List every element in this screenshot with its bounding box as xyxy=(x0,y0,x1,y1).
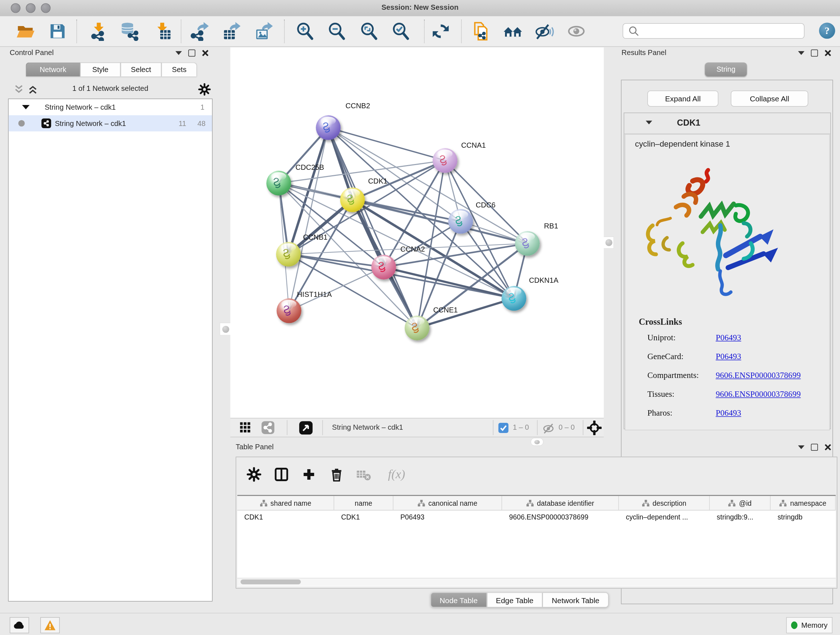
network-node-cdk1[interactable] xyxy=(340,187,365,212)
import-table-file-button[interactable] xyxy=(152,21,173,42)
zoom-selected-button[interactable] xyxy=(390,21,412,42)
results-tab-string[interactable]: String xyxy=(705,63,747,77)
tab-network-table[interactable]: Network Table xyxy=(543,592,608,608)
zoom-fit-content-button[interactable] xyxy=(358,21,380,42)
hide-selected-button[interactable] xyxy=(534,21,556,42)
export-network-button[interactable] xyxy=(189,21,211,42)
crosslink-link[interactable]: 9606.ENSP00000378699 xyxy=(715,371,801,380)
crosslink-link[interactable]: P06493 xyxy=(715,333,741,342)
apply-layout-button[interactable] xyxy=(430,21,452,42)
table-row[interactable]: CDK1CDK1P064939606.ENSP00000378699cyclin… xyxy=(237,510,836,524)
tab-sets[interactable]: Sets xyxy=(161,63,197,77)
network-node-ccne1[interactable] xyxy=(405,316,429,340)
open-in-window-button[interactable] xyxy=(298,420,314,436)
search-input[interactable] xyxy=(640,23,804,39)
float-panel-icon[interactable] xyxy=(811,444,818,451)
delete-column-button[interactable] xyxy=(326,464,347,485)
selected-checkbox-icon[interactable] xyxy=(498,423,508,433)
close-panel-icon[interactable] xyxy=(824,50,831,57)
crosslink-link[interactable]: 9606.ENSP00000378699 xyxy=(715,389,801,399)
zoom-out-button[interactable] xyxy=(326,21,347,42)
entry-header[interactable]: CDK1 xyxy=(624,113,831,134)
clone-network-button[interactable] xyxy=(470,21,492,42)
column-header-namespace[interactable]: namespace xyxy=(771,496,836,510)
table-cell[interactable]: P06493 xyxy=(393,510,502,524)
save-session-button[interactable] xyxy=(47,21,68,42)
network-node-rb1[interactable] xyxy=(515,231,540,256)
column-header-description[interactable]: description xyxy=(619,496,710,510)
plus-icon xyxy=(302,467,316,481)
table-settings-button[interactable] xyxy=(244,464,264,485)
cloud-status-button[interactable] xyxy=(10,617,29,633)
gear-icon[interactable] xyxy=(198,83,211,96)
tab-select[interactable]: Select xyxy=(120,63,161,77)
show-hidden-button[interactable] xyxy=(565,21,587,42)
window-title: Session: New Session xyxy=(0,3,840,11)
tab-network[interactable]: Network xyxy=(26,63,80,77)
network-collection-row[interactable]: String Network – cdk1 1 xyxy=(9,99,212,116)
toolbar-separator xyxy=(322,420,323,435)
warnings-button[interactable] xyxy=(41,617,60,633)
export-image-button[interactable] xyxy=(253,21,275,42)
show-all-networks-button[interactable] xyxy=(502,21,524,42)
import-network-from-database-button[interactable] xyxy=(118,21,140,42)
panel-menu-icon[interactable] xyxy=(175,51,182,55)
scrollbar-thumb[interactable] xyxy=(240,580,301,584)
network-node-hist1h1a[interactable] xyxy=(277,298,302,323)
help-button[interactable]: ? xyxy=(819,22,835,39)
trash-icon xyxy=(329,467,344,481)
tab-edge-table[interactable]: Edge Table xyxy=(487,592,543,608)
tab-style[interactable]: Style xyxy=(80,63,121,77)
column-header-database-identifier[interactable]: database identifier xyxy=(502,496,619,510)
panel-menu-icon[interactable] xyxy=(798,51,805,55)
network-node-cdc25b[interactable] xyxy=(266,171,291,195)
table-cell[interactable]: CDK1 xyxy=(334,510,393,524)
table-cell[interactable]: 9606.ENSP00000378699 xyxy=(502,510,619,524)
column-header-name[interactable]: name xyxy=(334,496,393,510)
column-header-canonical-name[interactable]: canonical name xyxy=(393,496,502,510)
horizontal-scrollbar[interactable] xyxy=(237,578,836,586)
memory-button[interactable]: Memory xyxy=(786,617,832,633)
birds-eye-crosshair-icon[interactable] xyxy=(587,421,602,435)
network-node-ccna1[interactable] xyxy=(433,148,457,173)
float-panel-icon[interactable] xyxy=(188,50,195,57)
crosslink-link[interactable]: P06493 xyxy=(715,352,741,361)
network-node-cdkn1a[interactable] xyxy=(501,286,526,310)
results-panel-title: Results Panel xyxy=(622,49,666,57)
network-node-ccnb2[interactable] xyxy=(316,115,340,140)
network-selected-status: 1 of 1 Network selected xyxy=(5,85,215,93)
import-network-file-button[interactable] xyxy=(88,21,109,42)
table-cell[interactable]: cyclin–dependent ... xyxy=(619,510,710,524)
crosslinks-title: CrossLinks xyxy=(639,317,682,328)
column-header-shared-name[interactable]: shared name xyxy=(237,496,334,510)
collapse-all-button[interactable]: Collapse All xyxy=(731,90,808,107)
table-cell[interactable]: stringdb:9... xyxy=(710,510,771,524)
network-label: String Network – cdk1 xyxy=(55,119,126,127)
close-panel-icon[interactable] xyxy=(824,444,831,451)
network-row[interactable]: String Network – cdk1 11 48 xyxy=(9,115,212,131)
float-panel-icon[interactable] xyxy=(811,50,818,57)
open-session-button[interactable] xyxy=(14,21,36,42)
close-panel-icon[interactable] xyxy=(202,50,209,57)
table-cell[interactable]: CDK1 xyxy=(237,510,334,524)
table-cell[interactable]: stringdb xyxy=(771,510,836,524)
eye-gray-icon xyxy=(566,22,587,41)
tree-expand-icon[interactable] xyxy=(22,105,30,109)
grid-view-button[interactable] xyxy=(237,420,254,436)
network-canvas[interactable]: CCNB2 CCNA1 CDC25B CDK1 CDC6 RB1 CCNB1 C… xyxy=(231,48,604,418)
network-node-ccnb1[interactable] xyxy=(276,242,301,266)
crosslink-label: Uniprot: xyxy=(647,333,676,342)
show-columns-button[interactable] xyxy=(271,464,292,485)
entry-collapse-icon[interactable] xyxy=(646,120,652,124)
expand-all-button[interactable]: Expand All xyxy=(647,90,718,107)
zoom-in-button[interactable] xyxy=(294,21,316,42)
network-node-ccna2[interactable] xyxy=(371,255,396,279)
crosslink-link[interactable]: P06493 xyxy=(715,409,741,418)
network-node-cdc6[interactable] xyxy=(448,209,473,233)
tab-node-table[interactable]: Node Table xyxy=(431,592,487,608)
column-header--id[interactable]: @id xyxy=(710,496,771,510)
network-icon-button[interactable] xyxy=(260,420,276,436)
export-table-button[interactable] xyxy=(221,21,242,42)
panel-menu-icon[interactable] xyxy=(798,445,805,449)
add-column-button[interactable] xyxy=(299,464,319,485)
